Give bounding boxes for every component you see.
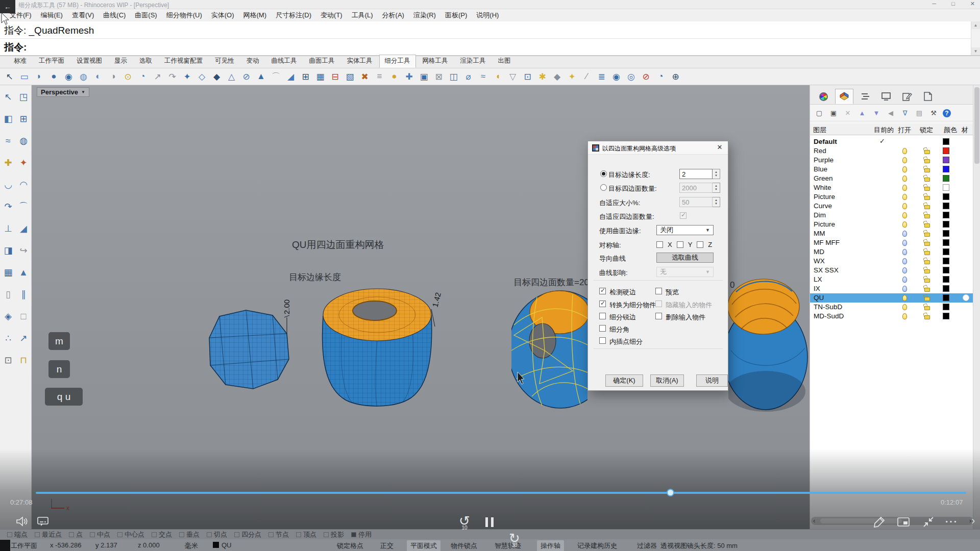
ortho-toggle[interactable]: 正交 xyxy=(380,541,394,550)
layer-color-swatch[interactable] xyxy=(943,304,949,310)
layer-color-swatch[interactable] xyxy=(943,258,949,264)
frame-icon[interactable]: □ xyxy=(17,310,30,323)
menu-item-5[interactable]: 曲面(S) xyxy=(130,9,161,21)
toolbar-icon-8[interactable]: ◑ xyxy=(107,70,119,83)
checkbox-icon[interactable] xyxy=(152,532,157,537)
layer-unlock-icon[interactable] xyxy=(924,315,930,319)
layer-on-bulb-icon[interactable] xyxy=(902,166,907,172)
menu-item-8[interactable]: 网格(M) xyxy=(239,9,272,21)
layer-on-bulb-icon[interactable] xyxy=(902,304,907,310)
plane-icon[interactable]: ◧ xyxy=(2,112,15,126)
toolbar-icon-24[interactable]: ▧ xyxy=(344,70,356,83)
layer-row[interactable]: Default✓ xyxy=(810,137,973,146)
layer-on-bulb-icon[interactable] xyxy=(902,240,907,246)
checkbox-icon[interactable] xyxy=(268,532,274,537)
toolbar-icon-21[interactable]: ⊞ xyxy=(299,70,312,83)
checkbox-icon[interactable] xyxy=(7,532,12,537)
layer-unlock-icon[interactable] xyxy=(924,260,930,264)
extrude-base-icon[interactable]: ⊥ xyxy=(2,222,15,235)
toolbar-tab-10[interactable]: 曲面工具 xyxy=(304,55,340,68)
move-up-icon[interactable]: ▲ xyxy=(857,108,867,118)
explode-icon[interactable]: ✦ xyxy=(17,156,30,169)
pause-button[interactable] xyxy=(485,517,494,527)
toolbar-icon-36[interactable]: ⊡ xyxy=(521,70,534,83)
toolbar-icon-39[interactable]: ✦ xyxy=(566,70,578,83)
layer-color-swatch[interactable] xyxy=(943,221,949,228)
layer-on-bulb-icon[interactable] xyxy=(902,148,907,154)
osnap-最近点[interactable]: 最近点 xyxy=(35,530,62,539)
toolbar-tab-15[interactable]: 出图 xyxy=(493,55,517,68)
cplane-pane[interactable]: 工作平面 xyxy=(11,541,37,550)
properties-tab[interactable] xyxy=(814,89,832,104)
toolbar-icon-3[interactable]: ◗ xyxy=(33,70,45,83)
checkbox-icon[interactable] xyxy=(296,532,301,537)
sheet-icon[interactable]: ▤ xyxy=(914,108,924,118)
surface-valley-icon[interactable]: ◡ xyxy=(2,178,15,191)
layer-on-bulb-icon[interactable] xyxy=(902,176,907,182)
layer-row[interactable]: Picture xyxy=(810,220,973,229)
layer-unlock-icon[interactable] xyxy=(924,269,930,273)
toolbar-icon-42[interactable]: ◉ xyxy=(610,70,623,83)
toolbar-icon-18[interactable]: ▲ xyxy=(255,70,267,83)
toolbar-tab-6[interactable]: 工作视窗配置 xyxy=(159,55,208,68)
sweep-arrow-icon[interactable]: ↪ xyxy=(17,244,30,257)
toolbar-tab-11[interactable]: 实体工具 xyxy=(341,55,378,68)
layer-on-bulb-icon[interactable] xyxy=(902,267,907,273)
layer-color-swatch[interactable] xyxy=(943,184,949,191)
layer-row[interactable]: LX xyxy=(810,275,973,284)
menu-item-4[interactable]: 曲线(C) xyxy=(99,9,130,21)
layer-color-swatch[interactable] xyxy=(943,230,949,237)
osnap-节点[interactable]: 节点 xyxy=(268,530,289,539)
osnap-顶点[interactable]: 顶点 xyxy=(296,530,316,539)
osnap-中点[interactable]: 中点 xyxy=(90,530,110,539)
command-scrollbar[interactable]: ▲ ▼ xyxy=(971,21,980,55)
corner-widget-icon[interactable]: ◳ xyxy=(17,90,30,104)
adaptive-quad-count-checkbox[interactable] xyxy=(680,212,687,219)
checkbox-icon[interactable] xyxy=(117,532,122,537)
layer-color-swatch[interactable] xyxy=(943,285,949,292)
layer-unlock-icon[interactable] xyxy=(924,233,930,237)
layer-row[interactable]: MD-SudD xyxy=(810,312,973,321)
shrink-button[interactable] xyxy=(922,515,935,529)
use-surface-edges-dropdown[interactable]: 关闭 ▼ xyxy=(656,225,714,235)
toolbar-tab-13[interactable]: 网格工具 xyxy=(417,55,454,68)
lock-icon[interactable]: ⊡ xyxy=(2,354,15,367)
gumball-toggle[interactable]: 操作轴 xyxy=(537,540,564,551)
display-tab[interactable] xyxy=(877,89,895,104)
toolbar-icon-11[interactable]: ↗ xyxy=(151,70,164,83)
help-icon[interactable]: ? xyxy=(943,109,951,117)
layer-color-swatch[interactable] xyxy=(943,248,949,255)
scroll-thumb[interactable] xyxy=(820,518,902,523)
annotate-button[interactable] xyxy=(873,515,886,529)
osnap-端点[interactable]: 端点 xyxy=(7,530,28,539)
layer-color-swatch[interactable] xyxy=(943,239,949,246)
next-icon[interactable]: › xyxy=(971,514,975,528)
toolbar-icon-37[interactable]: ✱ xyxy=(536,70,549,83)
menu-item-7[interactable]: 实体(O) xyxy=(207,9,239,21)
maximize-icon[interactable]: □ xyxy=(951,1,955,7)
toolbar-icon-15[interactable]: ◆ xyxy=(210,70,223,83)
toolbar-icon-17[interactable]: ⊘ xyxy=(240,70,253,83)
toolbar-tab-1[interactable]: 标准 xyxy=(8,55,32,68)
select-arrow-icon[interactable]: ↖ xyxy=(2,90,15,104)
toolbar-icon-22[interactable]: ▦ xyxy=(314,70,327,83)
layer-unlock-icon[interactable] xyxy=(924,251,930,255)
layer-unlock-icon[interactable] xyxy=(924,187,930,191)
ok-button[interactable]: 确定(K) xyxy=(605,374,643,387)
pip-button[interactable] xyxy=(897,517,910,527)
toolbar-icon-16[interactable]: △ xyxy=(225,70,238,83)
layer-unlock-icon[interactable] xyxy=(924,279,930,283)
osnap-四分点[interactable]: 四分点 xyxy=(234,530,261,539)
toolbar-icon-33[interactable]: ≈ xyxy=(477,70,489,83)
parallel-icon[interactable]: ∥ xyxy=(17,288,30,301)
subtitle-button[interactable] xyxy=(37,516,49,528)
layer-on-bulb-icon[interactable] xyxy=(902,212,907,218)
layer-color-swatch[interactable] xyxy=(943,157,949,163)
toolbar-icon-7[interactable]: ◐ xyxy=(92,70,105,83)
layer-color-swatch[interactable] xyxy=(943,147,949,154)
layer-on-bulb-icon[interactable] xyxy=(902,194,907,200)
layer-on-bulb-icon[interactable] xyxy=(902,277,907,283)
notes-tab[interactable] xyxy=(919,89,937,104)
layer-row[interactable]: MD xyxy=(810,247,973,257)
toolbar-icon-35[interactable]: ▽ xyxy=(506,70,519,83)
